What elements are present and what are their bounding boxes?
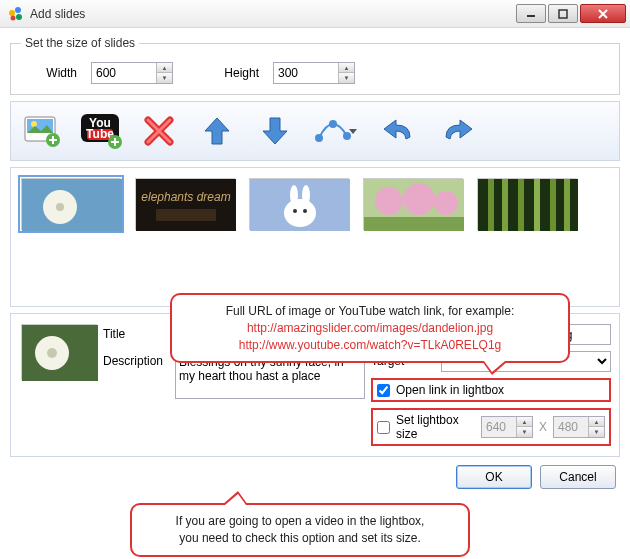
svg-point-1	[15, 7, 21, 13]
preview-thumbnail	[21, 324, 97, 380]
height-label: Height	[203, 66, 259, 80]
delete-icon	[142, 114, 176, 148]
slide-size-group: Set the size of slides Width ▲▼ Height ▲…	[10, 36, 620, 95]
callout2-line2: you need to check this option and set it…	[179, 531, 420, 545]
callout2-line1: If you are going to open a video in the …	[176, 514, 425, 528]
set-lightbox-size-checkbox[interactable]	[377, 421, 390, 434]
callout1-line3: http://www.youtube.com/watch?v=TLkA0RELQ…	[184, 337, 556, 354]
width-spinner[interactable]: ▲▼	[91, 62, 173, 84]
thumbnail-bamboo[interactable]	[477, 178, 577, 230]
svg-point-0	[9, 10, 15, 16]
thumbnails-panel: elephants dream	[10, 167, 620, 307]
svg-point-35	[403, 183, 435, 215]
toolbar: YouTube	[10, 101, 620, 161]
svg-line-7	[599, 10, 607, 18]
height-step-up[interactable]: ▲	[339, 63, 354, 73]
callout1-line1: Full URL of image or YouTube watch link,…	[226, 304, 515, 318]
callout-url-hint: Full URL of image or YouTube watch link,…	[170, 293, 570, 363]
transition-icon	[313, 116, 353, 146]
width-label: Width	[21, 66, 77, 80]
slide-size-legend: Set the size of slides	[21, 36, 139, 50]
svg-point-34	[375, 187, 403, 215]
youtube-icon: YouTube	[79, 112, 123, 150]
add-image-button[interactable]	[17, 108, 69, 154]
redo-icon	[438, 117, 476, 145]
open-lightbox-checkbox[interactable]	[377, 384, 390, 397]
thumbnail-dandelion[interactable]	[21, 178, 121, 230]
transition-button[interactable]	[307, 108, 367, 154]
svg-point-29	[302, 185, 310, 205]
ok-button[interactable]: OK	[456, 465, 532, 489]
chevron-down-icon	[349, 116, 361, 146]
redo-button[interactable]	[431, 108, 483, 154]
svg-rect-5	[559, 10, 567, 18]
close-button[interactable]	[580, 4, 626, 23]
lightbox-x-label: X	[539, 420, 547, 434]
thumbnail-cherry-blossom[interactable]	[363, 178, 463, 230]
height-spinner[interactable]: ▲▼	[273, 62, 355, 84]
lightbox-width-spinner[interactable]: ▲▼	[481, 416, 533, 438]
titlebar: Add slides	[0, 0, 630, 28]
description-label: Description	[103, 351, 169, 368]
height-input[interactable]	[274, 63, 338, 83]
svg-rect-23	[136, 179, 236, 231]
svg-point-2	[16, 14, 22, 20]
svg-rect-41	[534, 179, 540, 231]
callout-lightbox-hint: If you are going to open a video in the …	[130, 503, 470, 557]
thumbnail-elephants-dream[interactable]: elephants dream	[135, 178, 235, 230]
cancel-button[interactable]: Cancel	[540, 465, 616, 489]
svg-point-28	[290, 185, 298, 205]
svg-point-46	[47, 348, 57, 358]
width-input[interactable]	[92, 63, 156, 83]
svg-point-27	[284, 199, 316, 227]
delete-button[interactable]	[133, 108, 185, 154]
svg-point-3	[11, 15, 16, 20]
height-step-down[interactable]: ▼	[339, 73, 354, 83]
svg-rect-43	[564, 179, 570, 231]
svg-point-30	[293, 209, 297, 213]
set-lightbox-size-label: Set lightbox size	[396, 413, 475, 441]
svg-point-36	[434, 191, 458, 215]
svg-rect-40	[518, 179, 524, 231]
svg-line-6	[599, 10, 607, 18]
minimize-button[interactable]	[516, 4, 546, 23]
undo-button[interactable]	[373, 108, 425, 154]
arrow-up-icon	[200, 114, 234, 148]
title-label: Title	[103, 324, 169, 341]
add-image-icon	[23, 113, 63, 149]
lightbox-height-input[interactable]	[554, 417, 588, 437]
width-step-up[interactable]: ▲	[157, 63, 172, 73]
lightbox-height-spinner[interactable]: ▲▼	[553, 416, 605, 438]
svg-rect-39	[502, 179, 508, 231]
app-icon	[8, 6, 24, 22]
svg-rect-25	[156, 209, 216, 221]
svg-rect-38	[488, 179, 494, 231]
svg-text:elephants dream: elephants dream	[141, 190, 230, 204]
lightbox-width-input[interactable]	[482, 417, 516, 437]
dialog-buttons: OK Cancel	[10, 465, 620, 489]
svg-point-31	[303, 209, 307, 213]
svg-rect-42	[550, 179, 556, 231]
add-youtube-button[interactable]: YouTube	[75, 108, 127, 154]
maximize-button[interactable]	[548, 4, 578, 23]
thumbnail-bunny[interactable]	[249, 178, 349, 230]
width-step-down[interactable]: ▼	[157, 73, 172, 83]
undo-icon	[380, 117, 418, 145]
svg-rect-33	[364, 217, 464, 231]
callout1-line2: http://amazingslider.com/images/dandelio…	[184, 320, 556, 337]
open-lightbox-label: Open link in lightbox	[396, 383, 504, 397]
move-up-button[interactable]	[191, 108, 243, 154]
svg-point-10	[31, 121, 37, 127]
move-down-button[interactable]	[249, 108, 301, 154]
window-title: Add slides	[30, 7, 516, 21]
svg-point-22	[56, 203, 64, 211]
arrow-down-icon	[258, 114, 292, 148]
